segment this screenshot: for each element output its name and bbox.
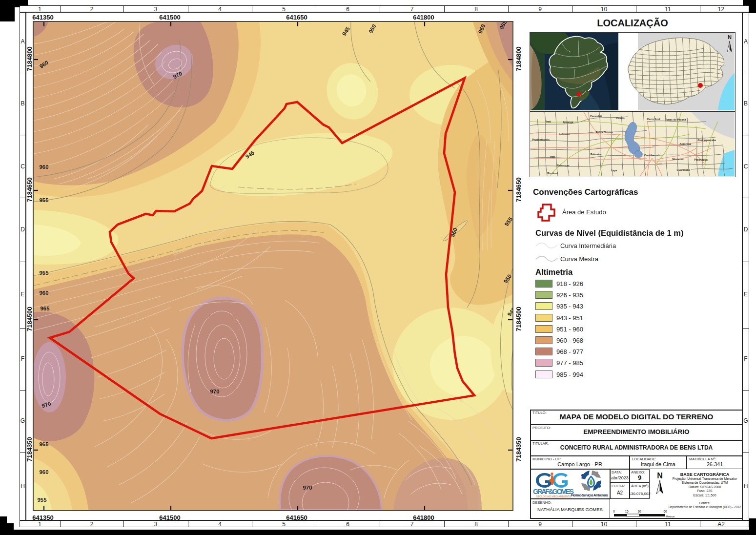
svg-text:Imbituva: Imbituva [559, 133, 570, 136]
svg-text:955: 955 [37, 497, 47, 503]
svg-text:Prudentópolis: Prudentópolis [532, 138, 550, 141]
svg-text:Rebouças: Rebouças [557, 164, 570, 167]
svg-text:Morretes: Morretes [673, 158, 684, 161]
svg-text:Irati: Irati [546, 120, 551, 123]
svg-text:Tunas do Paraná: Tunas do Paraná [665, 118, 686, 121]
svg-text:Curitiba: Curitiba [644, 154, 654, 157]
svg-text:970: 970 [303, 485, 312, 491]
svg-text:Guaratuba: Guaratuba [677, 168, 691, 171]
svg-text:955: 955 [39, 197, 49, 203]
svg-text:Lapa: Lapa [611, 169, 618, 172]
svg-text:Guaraqueçaba: Guaraqueçaba [697, 139, 716, 142]
svg-text:Antonina: Antonina [679, 143, 691, 145]
svg-text:965: 965 [39, 441, 49, 447]
svg-text:Ponta Grossa: Ponta Grossa [595, 131, 613, 134]
svg-text:955: 955 [39, 270, 49, 276]
svg-text:60: 60 [663, 510, 667, 513]
svg-text:960: 960 [39, 164, 48, 170]
svg-text:Palmeira: Palmeira [591, 153, 602, 156]
svg-text:965: 965 [40, 306, 50, 311]
svg-text:960: 960 [39, 469, 48, 475]
svg-text:GRAF&GOMES: GRAF&GOMES [533, 488, 574, 495]
svg-text:Irati: Irati [550, 155, 555, 158]
svg-text:970: 970 [210, 389, 219, 394]
svg-text:Floriano Serviços Ambientais: Floriano Serviços Ambientais [571, 494, 608, 497]
svg-text:N: N [657, 472, 663, 480]
svg-text:15: 15 [625, 510, 629, 513]
svg-text:960: 960 [39, 290, 48, 296]
svg-text:Carambéi: Carambéi [590, 115, 602, 118]
svg-text:Castro: Castro [616, 117, 625, 120]
svg-text:GEOLOGIA E MEIO AMBIENTE: GEOLOGIA E MEIO AMBIENTE [536, 495, 572, 498]
svg-text:Metros: Metros [666, 515, 674, 518]
svg-text:Paranaguá: Paranaguá [694, 158, 708, 161]
svg-text:Cerro Azul: Cerro Azul [647, 118, 660, 121]
svg-text:0: 0 [613, 510, 615, 513]
svg-text:Rio Azul: Rio Azul [547, 172, 558, 175]
svg-text:N: N [728, 34, 732, 40]
svg-text:30: 30 [637, 510, 641, 513]
svg-text:Ipiranga: Ipiranga [563, 121, 574, 123]
